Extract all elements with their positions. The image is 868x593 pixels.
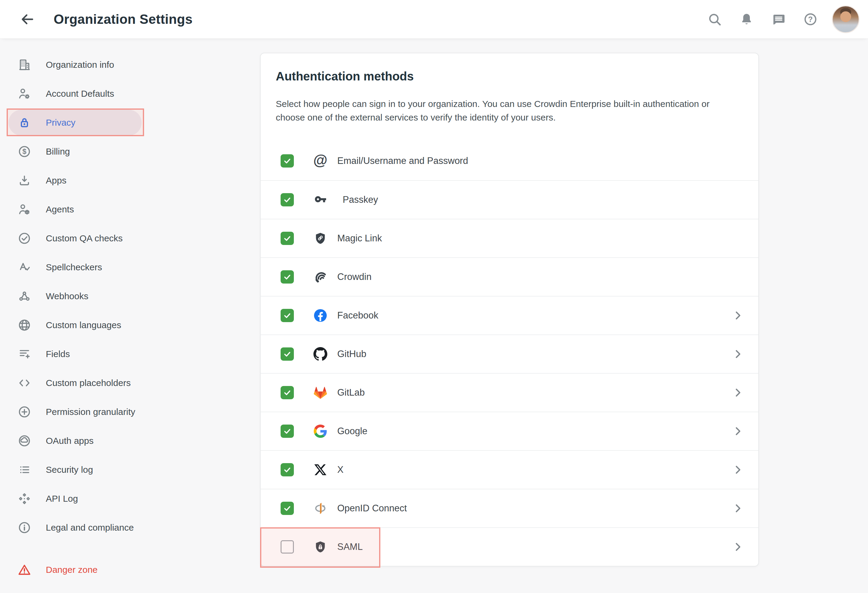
auth-method-label: Magic Link bbox=[337, 233, 382, 244]
auth-row-gitlab[interactable]: GitLab bbox=[261, 373, 758, 412]
webhook-icon bbox=[18, 289, 31, 303]
checkbox-checked[interactable] bbox=[280, 502, 294, 515]
sidebar-item-security-log[interactable]: Security log bbox=[0, 455, 259, 484]
auth-method-label: Crowdin bbox=[337, 271, 372, 282]
sidebar-item-label: Custom placeholders bbox=[46, 378, 131, 388]
content-area: Organization info Account Defaults bbox=[0, 38, 868, 593]
chevron-right-icon[interactable] bbox=[732, 386, 744, 399]
top-actions: ? bbox=[691, 6, 859, 33]
sidebar-item-label: Privacy bbox=[46, 118, 75, 128]
checkbox-checked[interactable] bbox=[280, 347, 294, 361]
card-title: Authentication methods bbox=[276, 69, 743, 83]
chevron-right-icon[interactable] bbox=[732, 425, 744, 437]
check-icon bbox=[283, 504, 292, 513]
key-icon bbox=[313, 193, 328, 207]
chevron-right-icon[interactable] bbox=[732, 502, 744, 514]
auth-method-label: GitLab bbox=[337, 387, 365, 398]
chevron-right-icon[interactable] bbox=[732, 464, 744, 476]
chat-icon bbox=[771, 12, 786, 27]
download-icon bbox=[18, 174, 31, 187]
sidebar-item-account-defaults[interactable]: Account Defaults bbox=[0, 79, 259, 108]
back-button[interactable] bbox=[19, 11, 35, 28]
building-icon bbox=[18, 58, 31, 72]
info-circle-icon bbox=[18, 521, 31, 534]
shield-lock-icon bbox=[313, 540, 328, 554]
auth-row-magic-link[interactable]: Magic Link bbox=[261, 219, 758, 257]
crowdin-icon bbox=[313, 270, 328, 284]
sidebar-item-spellcheckers[interactable]: Spellcheckers bbox=[0, 253, 259, 282]
warning-triangle-icon bbox=[18, 563, 31, 577]
messages-button[interactable] bbox=[771, 11, 787, 27]
chevron-right-icon[interactable] bbox=[732, 541, 744, 553]
user-avatar[interactable] bbox=[832, 6, 859, 33]
sidebar-item-fields[interactable]: Fields bbox=[0, 339, 259, 369]
checkbox-checked[interactable] bbox=[280, 154, 294, 168]
checkbox-checked[interactable] bbox=[280, 270, 294, 283]
check-icon bbox=[283, 350, 292, 358]
checkbox-checked[interactable] bbox=[280, 193, 294, 207]
checkbox-checked[interactable] bbox=[280, 386, 294, 399]
help-button[interactable]: ? bbox=[802, 11, 819, 27]
sidebar-item-label: Billing bbox=[46, 146, 70, 157]
globe-icon bbox=[18, 318, 31, 332]
gitlab-icon bbox=[313, 385, 328, 400]
checkbox-unchecked[interactable] bbox=[280, 540, 294, 553]
list-plus-icon bbox=[18, 347, 31, 361]
sidebar-item-billing[interactable]: $ Billing bbox=[0, 137, 259, 166]
sidebar-item-custom-placeholders[interactable]: Custom placeholders bbox=[0, 369, 259, 397]
check-icon bbox=[283, 311, 292, 320]
notifications-button[interactable] bbox=[738, 11, 755, 27]
sidebar-item-oauth-apps[interactable]: OAuth apps bbox=[0, 426, 259, 455]
sidebar-item-custom-qa-checks[interactable]: Custom QA checks bbox=[0, 224, 259, 253]
page-title: Organization Settings bbox=[54, 12, 193, 27]
auth-row-email-password[interactable]: @ Email/Username and Password bbox=[261, 142, 758, 180]
sidebar-item-webhooks[interactable]: Webhooks bbox=[0, 282, 259, 311]
sidebar-item-label: Security log bbox=[46, 465, 93, 475]
auth-row-x[interactable]: X bbox=[261, 450, 758, 489]
x-icon bbox=[313, 463, 328, 477]
sidebar-item-danger-zone[interactable]: Danger zone bbox=[0, 555, 259, 584]
check-icon bbox=[283, 427, 292, 436]
auth-row-crowdin[interactable]: Crowdin bbox=[261, 257, 758, 296]
top-bar: Organization Settings ? bbox=[0, 0, 868, 38]
sidebar-item-label: Fields bbox=[46, 349, 70, 359]
sidebar-item-label: Spellcheckers bbox=[46, 262, 102, 272]
github-icon bbox=[313, 347, 328, 361]
sidebar-item-apps[interactable]: Apps bbox=[0, 166, 259, 195]
sidebar-item-legal-and-compliance[interactable]: Legal and compliance bbox=[0, 513, 259, 542]
sidebar-item-label: Custom QA checks bbox=[46, 233, 123, 243]
checkbox-checked[interactable] bbox=[280, 232, 294, 245]
auth-row-google[interactable]: Google bbox=[261, 412, 758, 450]
sidebar-item-label: Agents bbox=[46, 204, 74, 215]
cloud-circle-icon bbox=[18, 434, 31, 448]
sidebar-item-api-log[interactable]: API Log bbox=[0, 484, 259, 513]
check-icon bbox=[283, 388, 292, 397]
auth-row-passkey[interactable]: Passkey bbox=[261, 180, 758, 219]
sidebar-item-agents[interactable]: Agents bbox=[0, 195, 259, 224]
check-icon bbox=[283, 465, 292, 474]
checkbox-checked[interactable] bbox=[280, 309, 294, 322]
auth-row-facebook[interactable]: Facebook bbox=[261, 296, 758, 335]
sidebar-item-label: API Log bbox=[46, 494, 78, 504]
auth-row-github[interactable]: GitHub bbox=[261, 335, 758, 373]
auth-row-saml[interactable]: SAML bbox=[261, 527, 758, 566]
auth-method-label: Passkey bbox=[342, 194, 378, 205]
sidebar-item-permission-granularity[interactable]: Permission granularity bbox=[0, 397, 259, 426]
sidebar-item-organization-info[interactable]: Organization info bbox=[0, 50, 259, 79]
checkbox-checked[interactable] bbox=[280, 425, 294, 438]
check-icon bbox=[283, 234, 292, 243]
chevron-right-icon[interactable] bbox=[732, 348, 744, 360]
auth-row-openid-connect[interactable]: OpenID Connect bbox=[261, 489, 758, 527]
plus-circle-icon bbox=[18, 405, 31, 419]
sidebar-item-privacy[interactable]: Privacy bbox=[0, 108, 259, 137]
shield-link-icon bbox=[313, 231, 328, 246]
card-header: Authentication methods Select how people… bbox=[261, 53, 758, 142]
sidebar-item-label: Organization info bbox=[46, 60, 114, 70]
chevron-right-icon[interactable] bbox=[732, 310, 744, 322]
search-button[interactable] bbox=[706, 11, 723, 27]
checkbox-checked[interactable] bbox=[280, 463, 294, 476]
authentication-methods-card: Authentication methods Select how people… bbox=[260, 53, 759, 566]
svg-text:?: ? bbox=[808, 15, 813, 24]
auth-method-label: Google bbox=[337, 426, 368, 437]
sidebar-item-custom-languages[interactable]: Custom languages bbox=[0, 311, 259, 339]
